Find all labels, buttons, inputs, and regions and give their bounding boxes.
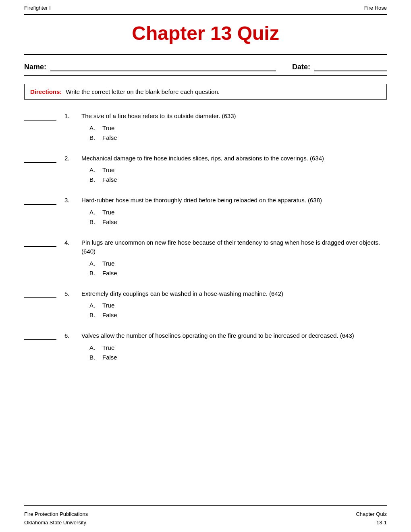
answer-blank-5[interactable]	[24, 290, 56, 298]
question-text-3: Hard-rubber hose must be thoroughly drie…	[81, 196, 387, 205]
option-5a: A. True	[89, 301, 387, 310]
option-5b: B. False	[89, 310, 387, 320]
answer-blank-4[interactable]	[24, 239, 56, 247]
name-date-row: Name: Date:	[24, 55, 387, 76]
question-item-4: 4. Pin lugs are uncommon on new fire hos…	[24, 238, 387, 278]
option-text-1a: True	[102, 123, 114, 133]
questions-section: 1. The size of a fire hose refers to its…	[24, 112, 387, 505]
directions-text: Write the correct letter on the blank be…	[66, 88, 220, 95]
question-content-1: The size of a fire hose refers to its ou…	[81, 112, 387, 143]
directions-label: Directions:	[30, 88, 62, 95]
option-3b: B. False	[89, 217, 387, 227]
option-letter-6b: B.	[89, 353, 98, 362]
name-label: Name:	[24, 63, 46, 71]
option-letter-4a: A.	[89, 259, 98, 268]
header-left: Firefighter I	[24, 5, 51, 11]
name-field: Name:	[24, 63, 276, 71]
footer-right-line1: Chapter Quiz	[356, 510, 387, 519]
option-text-6a: True	[102, 343, 114, 353]
question-content-6: Valves allow the number of hoselines ope…	[81, 331, 387, 362]
option-2a: A. True	[89, 165, 387, 175]
title-section: Chapter 13 Quiz	[24, 15, 387, 55]
option-letter-2b: B.	[89, 175, 98, 185]
question-number-4: 4.	[64, 239, 76, 246]
question-text-4: Pin lugs are uncommon on new fire hose b…	[81, 238, 387, 256]
directions-box: Directions: Write the correct letter on …	[24, 84, 387, 100]
options-list-3: A. True B. False	[81, 208, 387, 227]
question-text-5: Extremely dirty couplings can be washed …	[81, 289, 387, 299]
options-list-6: A. True B. False	[81, 343, 387, 362]
date-label: Date:	[292, 63, 310, 71]
options-list-4: A. True B. False	[81, 259, 387, 278]
option-text-4a: True	[102, 259, 114, 268]
option-text-3a: True	[102, 208, 114, 217]
answer-blank-3[interactable]	[24, 197, 56, 205]
option-letter-1a: A.	[89, 123, 98, 133]
footer-left: Fire Protection Publications Oklahoma St…	[24, 510, 88, 527]
page-footer: Fire Protection Publications Oklahoma St…	[24, 505, 387, 532]
option-letter-4b: B.	[89, 268, 98, 278]
question-number-2: 2.	[64, 155, 76, 162]
option-letter-3b: B.	[89, 217, 98, 227]
option-letter-5a: A.	[89, 301, 98, 310]
option-3a: A. True	[89, 208, 387, 217]
option-text-6b: False	[102, 353, 117, 362]
option-letter-5b: B.	[89, 310, 98, 320]
question-item-6: 6. Valves allow the number of hoselines …	[24, 331, 387, 362]
header-right: Fire Hose	[364, 5, 387, 11]
question-item-1: 1. The size of a fire hose refers to its…	[24, 112, 387, 143]
question-content-2: Mechanical damage to fire hose includes …	[81, 154, 387, 185]
option-4a: A. True	[89, 259, 387, 268]
option-1a: A. True	[89, 123, 387, 133]
option-4b: B. False	[89, 268, 387, 278]
question-number-5: 5.	[64, 290, 76, 297]
question-number-1: 1.	[64, 112, 76, 119]
answer-blank-2[interactable]	[24, 155, 56, 163]
option-text-5b: False	[102, 310, 117, 320]
question-text-6: Valves allow the number of hoselines ope…	[81, 331, 387, 341]
option-1b: B. False	[89, 133, 387, 143]
page: Firefighter I Fire Hose Chapter 13 Quiz …	[0, 0, 411, 532]
option-text-1b: False	[102, 133, 117, 143]
option-text-2a: True	[102, 165, 114, 175]
option-2b: B. False	[89, 175, 387, 185]
option-text-5a: True	[102, 301, 114, 310]
options-list-5: A. True B. False	[81, 301, 387, 320]
page-header: Firefighter I Fire Hose	[24, 0, 387, 15]
options-list-2: A. True B. False	[81, 165, 387, 185]
footer-right: Chapter Quiz 13-1	[356, 510, 387, 527]
option-text-2b: False	[102, 175, 117, 185]
page-title: Chapter 13 Quiz	[24, 22, 387, 44]
option-text-4b: False	[102, 268, 117, 278]
option-letter-6a: A.	[89, 343, 98, 353]
option-6a: A. True	[89, 343, 387, 353]
footer-left-line2: Oklahoma State University	[24, 519, 88, 527]
question-text-2: Mechanical damage to fire hose includes …	[81, 154, 387, 163]
footer-right-line2: 13-1	[356, 519, 387, 527]
question-content-4: Pin lugs are uncommon on new fire hose b…	[81, 238, 387, 278]
question-number-6: 6.	[64, 332, 76, 339]
question-content-5: Extremely dirty couplings can be washed …	[81, 289, 387, 320]
options-list-1: A. True B. False	[81, 123, 387, 143]
option-6b: B. False	[89, 353, 387, 362]
question-text-1: The size of a fire hose refers to its ou…	[81, 112, 387, 121]
option-letter-3a: A.	[89, 208, 98, 217]
question-number-3: 3.	[64, 197, 76, 204]
footer-left-line1: Fire Protection Publications	[24, 510, 88, 519]
question-content-3: Hard-rubber hose must be thoroughly drie…	[81, 196, 387, 227]
question-item-3: 3. Hard-rubber hose must be thoroughly d…	[24, 196, 387, 227]
question-item-2: 2. Mechanical damage to fire hose includ…	[24, 154, 387, 185]
option-letter-2a: A.	[89, 165, 98, 175]
date-field: Date:	[292, 63, 387, 71]
answer-blank-6[interactable]	[24, 332, 56, 340]
option-letter-1b: B.	[89, 133, 98, 143]
option-text-3b: False	[102, 217, 117, 227]
date-input-line[interactable]	[314, 63, 387, 71]
answer-blank-1[interactable]	[24, 112, 56, 121]
question-item-5: 5. Extremely dirty couplings can be wash…	[24, 289, 387, 320]
name-input-line[interactable]	[50, 63, 276, 71]
